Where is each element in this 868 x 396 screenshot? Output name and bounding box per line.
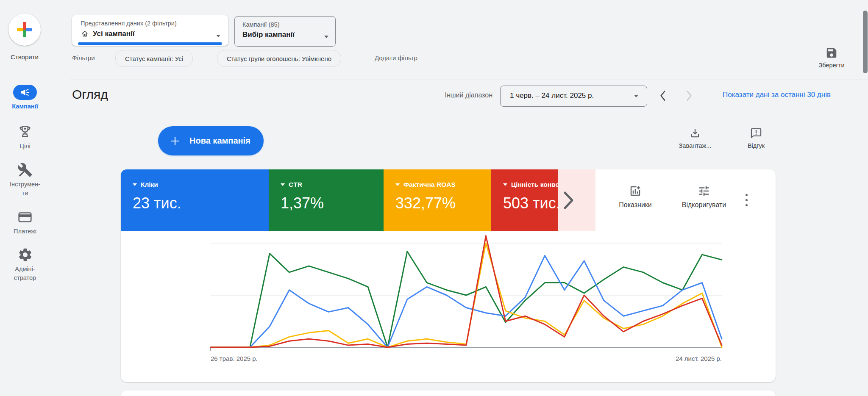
credit-card-icon (17, 210, 33, 225)
sidebar-label-billing: Платежі (14, 227, 36, 236)
date-range-value: 1 черв. – 24 лист. 2025 р. (510, 91, 594, 100)
scorecard-clicks[interactable]: Кліки 23 тис. (121, 169, 269, 231)
kebab-dot (746, 194, 748, 196)
sidebar-item-goals[interactable]: Цілі (0, 124, 50, 151)
feedback-icon (750, 127, 762, 139)
chevron-down-icon (395, 183, 400, 186)
custom-range-label: Інший діапазон (432, 91, 492, 99)
chevron-down-icon (133, 183, 137, 186)
scorecards-next-button[interactable] (561, 190, 576, 211)
filter-chip-label: Статус кампанії: Усі (125, 55, 183, 62)
sidebar-label-admin: Адміні- стратор (14, 265, 36, 282)
data-view-value: Усі кампанії (93, 30, 134, 38)
chart-line-Кліки (211, 256, 722, 348)
gear-icon (17, 247, 33, 263)
megaphone-icon (19, 87, 31, 98)
download-button[interactable]: Завантаж... (675, 127, 715, 149)
chevron-down-icon (634, 95, 638, 97)
next-period-button[interactable] (681, 87, 698, 104)
filter-chip-adgroup-status[interactable]: Статус групи оголошень: Увімкнено (217, 50, 341, 67)
kebab-dot (746, 199, 748, 201)
sidebar-label-campaigns: Кампанії (12, 102, 38, 111)
scorecard-value: 23 тис. (133, 194, 181, 212)
save-icon (825, 47, 838, 59)
save-button[interactable]: Зберегти (808, 47, 855, 69)
x-axis-end-label: 24 лист. 2025 р. (637, 355, 722, 362)
data-view-dropdown[interactable]: Представлення даних (2 фільтри) Усі камп… (72, 15, 228, 46)
overview-chart[interactable] (211, 229, 722, 364)
active-view-underline (78, 42, 222, 45)
filter-chip-label: Статус групи оголошень: Увімкнено (227, 55, 331, 62)
scorecard-value: 1,37% (281, 194, 324, 212)
campaign-select-title: Кампанії (85) (242, 21, 279, 28)
scorecard-label: Кліки (141, 181, 158, 188)
filters-label: Фільтри (72, 54, 95, 61)
chevron-down-icon (281, 183, 285, 186)
chevron-right-icon (562, 191, 574, 210)
metrics-label: Показники (619, 201, 652, 209)
chart-line-CTR (211, 252, 722, 347)
scorecard-label: CTR (289, 181, 302, 188)
metrics-button[interactable]: Показники (609, 185, 662, 209)
scorecard-label: Цінність конве... (511, 181, 565, 188)
scorecard-value: 332,77% (395, 194, 456, 212)
previous-period-button[interactable] (654, 87, 671, 104)
sidebar-item-billing[interactable]: Платежі (0, 210, 50, 236)
chevron-down-icon (503, 183, 507, 186)
campaign-select-value: Вибір кампанії (242, 30, 295, 39)
tools-icon (17, 162, 33, 178)
sidebar-label-tools: Інструмен- ти (10, 180, 40, 198)
date-range-picker[interactable]: 1 черв. – 24 лист. 2025 р. (500, 86, 647, 107)
chart-line-Цінність конверсії (211, 236, 722, 347)
chevron-left-icon (658, 89, 668, 102)
scorecard-label: Фактична ROAS (403, 181, 456, 188)
adjust-label: Відкоригувати (682, 201, 726, 209)
scrollbar[interactable] (863, 11, 868, 73)
scorecard-conversion-value[interactable]: Цінність конве... 503 тис. (491, 169, 595, 231)
scorecard-roas[interactable]: Фактична ROAS 332,77% (384, 169, 491, 231)
page-title: Огляд (72, 87, 108, 102)
new-campaign-label: Нова кампанія (189, 136, 250, 146)
tune-icon (698, 185, 710, 197)
header-divider (70, 80, 868, 80)
feedback-label: Відгук (748, 142, 765, 149)
next-section-card (121, 390, 776, 396)
chevron-down-icon (216, 35, 220, 37)
campaign-select-dropdown[interactable]: Кампанії (85) Вибір кампанії (234, 16, 336, 47)
sidebar-item-admin[interactable]: Адміні- стратор (0, 247, 50, 282)
create-button[interactable] (8, 14, 41, 46)
plus-icon (170, 136, 180, 146)
sidebar-item-tools[interactable]: Інструмен- ти (0, 162, 50, 198)
chevron-right-icon (684, 89, 694, 102)
home-icon (81, 30, 89, 38)
chevron-down-icon (324, 36, 328, 38)
overview-card: Кліки 23 тис. CTR 1,37% Фактична ROAS 33… (121, 169, 776, 382)
create-button-label: Створити (0, 53, 49, 61)
x-axis-start-label: 26 трав. 2025 р. (211, 355, 258, 362)
more-options-button[interactable] (743, 191, 750, 209)
download-label: Завантаж... (679, 142, 712, 149)
sidebar-label-goals: Цілі (19, 142, 31, 151)
scorecard-ctr[interactable]: CTR 1,37% (269, 169, 384, 231)
new-campaign-button[interactable]: Нова кампанія (158, 126, 264, 155)
adjust-button[interactable]: Відкоригувати (673, 185, 735, 209)
trophy-icon (17, 124, 33, 140)
scorecard-value: 503 тис. (503, 194, 560, 212)
google-plus-icon (17, 22, 32, 37)
add-filter-button[interactable]: Додати фільтр (375, 54, 417, 61)
save-label: Зберегти (818, 62, 844, 69)
download-icon (689, 127, 701, 139)
kebab-dot (746, 204, 748, 206)
sidebar-item-campaigns[interactable]: Кампанії (0, 85, 50, 111)
add-chart-icon (629, 185, 642, 197)
filter-chip-campaign-status[interactable]: Статус кампанії: Усі (115, 50, 193, 67)
data-view-title: Представлення даних (2 фільтри) (81, 20, 177, 27)
google-ads-screen: Створити Кампанії Цілі Інстр (0, 0, 868, 396)
show-last-30-days-link[interactable]: Показати дані за останні 30 днів (705, 91, 831, 99)
feedback-button[interactable]: Відгук (736, 127, 776, 149)
